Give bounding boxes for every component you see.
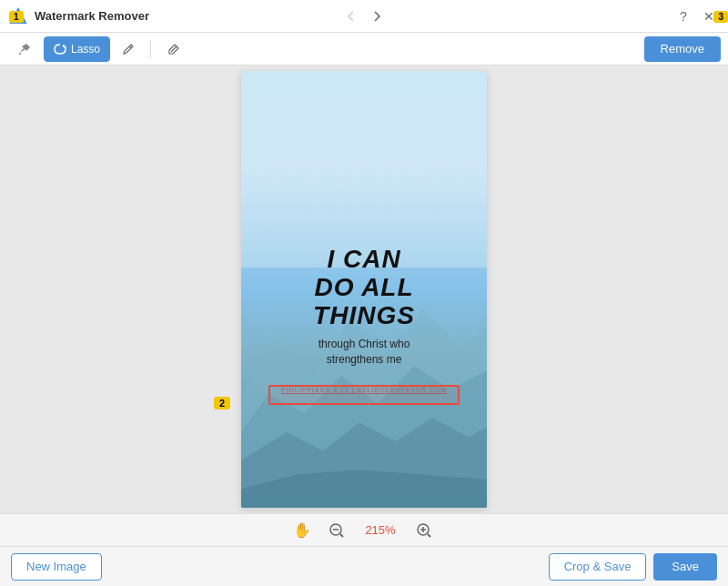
badge-3: 3 (713, 11, 728, 23)
titlebar: Watermark Remover ? ✕ (0, 0, 728, 33)
image-main-text: I CAN DO ALL THINGS (273, 246, 455, 329)
badge-1: 1 (9, 11, 24, 23)
lasso-label: Lasso (71, 43, 100, 56)
image-sub-text: through Christ whostrengthens me (273, 337, 455, 368)
hand-tool-icon[interactable]: ✋ (293, 521, 311, 539)
footer-left: New Image (11, 553, 102, 581)
pen-button[interactable] (112, 36, 145, 62)
zoom-out-icon (329, 522, 345, 539)
titlebar-left: Watermark Remover (9, 7, 149, 25)
back-button[interactable] (340, 5, 362, 27)
forward-icon (370, 10, 383, 23)
zoom-level: 215% (362, 523, 399, 537)
new-image-button[interactable]: New Image (11, 553, 102, 581)
svg-line-17 (428, 534, 430, 537)
image-canvas: I CAN DO ALL THINGS through Christ whost… (241, 71, 487, 508)
erase-icon (167, 42, 181, 56)
text-line-1: I CAN (327, 245, 400, 273)
zoom-in-icon (416, 522, 432, 539)
footer-bar: New Image Crop & Save Save (0, 546, 728, 586)
svg-line-3 (19, 53, 21, 55)
svg-line-5 (129, 46, 131, 48)
app-title: Watermark Remover (35, 9, 149, 23)
zoom-bar: ✋ 215% (0, 513, 728, 546)
toolbar: 1 Lasso Remove 3 (0, 33, 728, 66)
image-text-block: I CAN DO ALL THINGS through Christ whost… (273, 246, 455, 368)
remove-button[interactable]: Remove (644, 36, 721, 62)
footer-right: Crop & Save Save (549, 553, 717, 581)
image-wrapper: 2 I CAN DO ALL THINGS (241, 71, 487, 508)
zoom-in-button[interactable] (413, 520, 435, 541)
zoom-out-button[interactable] (326, 520, 348, 541)
remove-label: Remove (661, 42, 704, 56)
badge-2: 2 (214, 397, 230, 409)
pin-button[interactable] (7, 36, 42, 62)
toolbar-divider (150, 40, 151, 58)
erase-button[interactable] (157, 36, 191, 62)
crop-save-button[interactable]: Crop & Save (549, 553, 647, 581)
text-line-2: DO ALL (314, 273, 413, 301)
pen-icon (122, 43, 135, 56)
back-icon (345, 10, 358, 23)
canvas-area: 2 I CAN DO ALL THINGS (0, 66, 728, 513)
watermark-text: PHILIPPIANS 4:13 | BELIEVERSFEVER.COM (259, 387, 469, 393)
help-button[interactable]: ? (673, 6, 693, 26)
help-icon: ? (680, 9, 687, 24)
svg-line-13 (340, 534, 343, 537)
lasso-icon (54, 43, 66, 56)
text-line-3: THINGS (313, 301, 415, 329)
close-icon: ✕ (703, 9, 714, 24)
save-button[interactable]: Save (653, 553, 717, 581)
window-controls: ? ✕ (673, 6, 719, 26)
pin-icon (17, 42, 32, 56)
forward-button[interactable] (366, 5, 388, 27)
watermark-area[interactable]: PHILIPPIANS 4:13 | BELIEVERSFEVER.COM (259, 387, 469, 403)
lasso-button[interactable]: Lasso (44, 36, 110, 62)
